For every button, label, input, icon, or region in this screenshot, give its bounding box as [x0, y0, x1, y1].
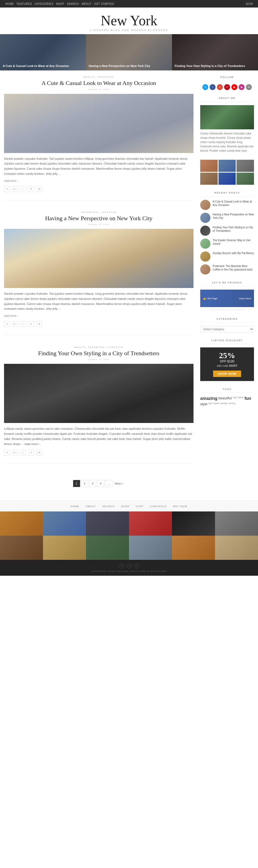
- fg-7[interactable]: [0, 536, 43, 560]
- footer-facebook-icon[interactable]: f: [126, 563, 132, 568]
- photo-5[interactable]: [219, 173, 236, 185]
- tag-tips[interactable]: tips: [208, 402, 212, 406]
- fg-9[interactable]: [86, 536, 129, 560]
- friends-learn-btn[interactable]: Learn More: [239, 297, 251, 300]
- email-follow-btn[interactable]: ✉: [246, 84, 252, 90]
- discount-shop-btn[interactable]: Shop Now: [213, 371, 241, 377]
- page-3[interactable]: 3: [89, 480, 96, 487]
- tag-beautiful[interactable]: beautiful: [219, 396, 232, 401]
- tag-travel[interactable]: travel: [214, 402, 219, 406]
- nav-home[interactable]: Home: [5, 2, 14, 5]
- rp-thumb-3: [200, 226, 211, 236]
- footer-twitter-icon[interactable]: 𝕏: [119, 563, 124, 568]
- hero-item-2[interactable]: Having a New Perspective on New York Cit…: [86, 34, 172, 70]
- fg-8[interactable]: [43, 536, 86, 560]
- rp-title-1[interactable]: A Cute & Casual Look to Wear at Any Occa…: [213, 200, 254, 207]
- article-1-category: Beauty, Favorites: [4, 76, 193, 78]
- rp-title-6[interactable]: Protected: The Absolute Best Coffee in t…: [213, 264, 254, 271]
- google-share-btn-2[interactable]: G+: [12, 321, 18, 327]
- fg-1[interactable]: [0, 512, 43, 536]
- google-share-btn-3[interactable]: G+: [12, 450, 18, 456]
- tags-area: amazing beautiful city funny fun style t…: [200, 396, 254, 406]
- twitter-share-btn[interactable]: 𝕏: [4, 186, 10, 192]
- hero-item-1[interactable]: A Cute & Casual Look to Wear at Any Occa…: [0, 34, 86, 70]
- nav-shop[interactable]: Shop: [56, 2, 64, 5]
- facebook-share-btn-3[interactable]: f: [20, 450, 26, 456]
- tag-funny[interactable]: funny: [237, 396, 244, 401]
- photo-2[interactable]: [219, 160, 236, 172]
- tag-trendy[interactable]: trendy: [220, 402, 227, 406]
- article-3-date: October 14, 2015: [4, 358, 193, 361]
- google-follow-btn[interactable]: G: [217, 84, 223, 90]
- footer-nav-search[interactable]: Search: [102, 505, 115, 508]
- instagram-follow-btn[interactable]: ◉: [239, 84, 245, 90]
- nav-categories[interactable]: Categories: [35, 2, 54, 5]
- photo-3[interactable]: [236, 160, 254, 172]
- twitter-share-btn-3[interactable]: 𝕏: [4, 450, 10, 456]
- pinterest-share-btn-2[interactable]: P: [28, 321, 34, 327]
- facebook-share-btn[interactable]: f: [20, 186, 26, 192]
- footer-nav-buy[interactable]: Buy Now: [173, 505, 187, 508]
- rp-title-3[interactable]: Finding Your Own Styling in a City of Tr…: [213, 226, 254, 232]
- facebook-follow-btn[interactable]: f: [209, 84, 216, 90]
- tag-tummy[interactable]: tummy: [228, 402, 235, 406]
- article-2-title[interactable]: Having a New Perspective on New York Cit…: [4, 215, 193, 222]
- rp-thumb-4: [200, 239, 211, 249]
- fg-2[interactable]: [43, 512, 86, 536]
- page-1[interactable]: 1: [73, 480, 80, 487]
- email-share-btn[interactable]: ✉: [36, 186, 42, 192]
- tag-city[interactable]: city: [233, 396, 236, 401]
- fg-4[interactable]: [129, 512, 172, 536]
- page-4[interactable]: 4: [97, 480, 104, 487]
- nav-features[interactable]: Features: [17, 2, 32, 5]
- google-share-btn[interactable]: G+: [12, 186, 18, 192]
- article-1-read-more[interactable]: read more ›: [4, 179, 18, 182]
- footer-nav-shop[interactable]: Shop: [121, 505, 130, 508]
- fg-6[interactable]: [215, 512, 258, 536]
- fg-5[interactable]: [172, 512, 215, 536]
- email-share-btn-2[interactable]: ✉: [36, 321, 42, 327]
- photo-1[interactable]: [200, 160, 218, 172]
- friends-banner[interactable]: 👍 Like Page Learn More: [200, 289, 254, 307]
- fg-3[interactable]: [86, 512, 129, 536]
- photo-4[interactable]: [200, 173, 218, 185]
- pinterest-follow-btn[interactable]: P: [224, 84, 230, 90]
- pinterest-share-btn[interactable]: P: [28, 186, 34, 192]
- fg-12[interactable]: [215, 536, 258, 560]
- tag-fun[interactable]: fun: [245, 396, 251, 401]
- hero-item-3[interactable]: Finding Your Own Styling in a City of Tr…: [172, 34, 258, 70]
- twitter-follow-btn[interactable]: 𝕏: [202, 84, 208, 90]
- cart-amount[interactable]: £0.00: [246, 2, 253, 5]
- rp-title-4[interactable]: The Easter Greener Way to Get Juiced: [213, 239, 254, 246]
- pinterest-share-btn-3[interactable]: P: [28, 450, 34, 456]
- youtube-follow-btn[interactable]: ▶: [231, 84, 237, 90]
- sidebar: Follow 𝕏 f G P ▶ ◉ ✉ About Me Candy chee…: [200, 76, 254, 495]
- footer-nav-home[interactable]: Home: [70, 505, 79, 508]
- rp-title-2[interactable]: Having a New Perspective on New York Cit…: [213, 213, 254, 220]
- discount-code: with code 25OFF: [204, 364, 250, 367]
- photo-6[interactable]: [236, 173, 254, 185]
- tag-style[interactable]: style: [200, 402, 207, 406]
- fg-11[interactable]: [172, 536, 215, 560]
- email-share-btn-3[interactable]: ✉: [36, 450, 42, 456]
- footer-nav-cart[interactable]: Cart: [136, 505, 144, 508]
- page-2[interactable]: 2: [81, 480, 88, 487]
- friends-section: Let's Be Friends 👍 Like Page Learn More …: [200, 281, 254, 311]
- page-next[interactable]: Next »: [114, 482, 125, 485]
- facebook-share-btn-2[interactable]: f: [20, 321, 26, 327]
- nav-search[interactable]: Search: [67, 2, 79, 5]
- fg-10[interactable]: [129, 536, 172, 560]
- categories-select[interactable]: Select Category: [200, 326, 254, 332]
- footer-nav-about[interactable]: About: [86, 505, 96, 508]
- footer-nav-checkout[interactable]: Checkout: [150, 505, 167, 508]
- article-2-read-more[interactable]: read more ›: [4, 314, 18, 317]
- twitter-share-btn-2[interactable]: 𝕏: [4, 321, 10, 327]
- rp-title-5[interactable]: Sunday Brunch with My Pal Benny: [213, 251, 254, 255]
- nav-about[interactable]: About: [82, 2, 91, 5]
- footer-google-icon[interactable]: G: [134, 563, 139, 568]
- article-1-title[interactable]: A Cute & Casual Look to Wear at Any Occa…: [4, 79, 193, 87]
- tag-amazing[interactable]: amazing: [200, 396, 218, 401]
- friends-like-btn[interactable]: 👍 Like Page: [203, 297, 218, 300]
- nav-get-started[interactable]: Get Started: [94, 2, 114, 5]
- article-3-title[interactable]: Finding Your Own Styling in a City of Tr…: [4, 349, 193, 358]
